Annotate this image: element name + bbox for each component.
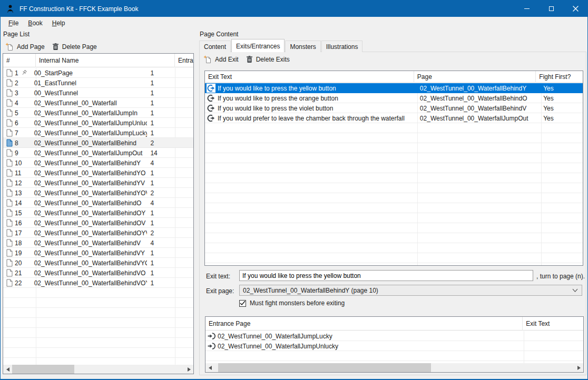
close-button[interactable] [563, 1, 587, 17]
page-icon [6, 209, 13, 217]
window-controls [515, 1, 587, 17]
menu-file[interactable]: File [4, 17, 23, 29]
column-header-page[interactable]: Page [414, 71, 536, 83]
exit-text-input[interactable] [239, 270, 533, 281]
exit-row[interactable]: If you would like to press the yellow bu… [205, 83, 583, 93]
scrollbar-thumb[interactable] [12, 365, 74, 374]
entrance-row[interactable]: 02_WestTunnel_00_WaterfallJumpLucky [205, 331, 583, 341]
entrances-hscrollbar[interactable] [205, 363, 583, 372]
scrollbar-thumb[interactable] [218, 363, 431, 372]
must-fight-checkbox[interactable] [239, 300, 246, 307]
exit-text-cell: If you would prefer to leave the chamber… [218, 115, 405, 122]
scrollbar-track[interactable] [214, 363, 574, 372]
page-internal-name: 02_WestTunnel_00_WaterfallJumpOut [31, 149, 148, 157]
page-icon [6, 109, 13, 117]
exit-page-selected-value: 02_WestTunnel_00_WaterfallBehindY (page … [243, 287, 378, 294]
page-icon [6, 129, 13, 137]
page-internal-name: 02_WestTunnel_00_WaterfallJumpIn [31, 109, 148, 117]
page-list-row[interactable]: 21 02_WestTunnel_00_WaterfallBehindVO 1 [3, 268, 193, 278]
page-list-row[interactable]: 1 00_StartPage 1 [3, 68, 193, 78]
page-entrances-count: 1 [147, 99, 193, 107]
column-header-internal-name[interactable]: Internal Name [36, 54, 175, 67]
trash-icon [246, 56, 253, 63]
exit-page-dropdown[interactable]: 02_WestTunnel_00_WaterfallBehindY (page … [239, 285, 582, 296]
page-number: 10 [15, 159, 22, 167]
enter-arrow-circle-icon [208, 342, 215, 350]
page-internal-name: 02_WestTunnel_00_WaterfallBehindV [31, 239, 148, 247]
page-internal-name: 02_WestTunnel_00_WaterfallJumpUnlucky [31, 119, 148, 127]
column-header-entrances[interactable]: Entrances [175, 54, 194, 67]
delete-page-button[interactable]: Delete Page [48, 42, 101, 52]
page-entrances-count: 1 [147, 279, 193, 287]
page-list-row[interactable]: 12 02_WestTunnel_00_WaterfallBehindYV 1 [3, 178, 193, 188]
page-list-row[interactable]: 6 02_WestTunnel_00_WaterfallJumpUnlucky … [3, 118, 193, 128]
tab-content[interactable]: Content [199, 41, 231, 52]
page-list-row[interactable]: 18 02_WestTunnel_00_WaterfallBehindV 4 [3, 238, 193, 248]
tab-exits-entrances[interactable]: Exits/Entrances [231, 39, 285, 52]
column-header-entrance-exit-text[interactable]: Exit Text [523, 317, 583, 331]
exit-page-cell: 02_WestTunnel_00_WaterfallBehindO [417, 95, 540, 102]
column-header-entrance-page[interactable]: Entrance Page [205, 317, 523, 331]
page-number: 5 [15, 109, 18, 117]
page-list-row[interactable]: 5 02_WestTunnel_00_WaterfallJumpIn 1 [3, 108, 193, 118]
page-number: 17 [15, 229, 22, 237]
page-list-row[interactable]: 17 02_WestTunnel_00_WaterfallBehindOYV 2 [3, 228, 193, 238]
page-list-row[interactable]: 8 02_WestTunnel_00_WaterfallBehind 2 [3, 138, 193, 148]
page-list-row[interactable]: 15 02_WestTunnel_00_WaterfallBehindOY 1 [3, 208, 193, 218]
page-list-row[interactable]: 16 02_WestTunnel_00_WaterfallBehindOV 1 [3, 218, 193, 228]
add-page-button[interactable]: Add Page [2, 41, 48, 53]
column-header-fight-first[interactable]: Fight First? [536, 71, 583, 83]
page-list-row[interactable]: 19 02_WestTunnel_00_WaterfallBehindVY 1 [3, 248, 193, 258]
exit-row[interactable]: If you would like to press the violet bu… [205, 103, 583, 113]
tab-monsters[interactable]: Monsters [285, 41, 320, 52]
exit-arrow-circle-icon [207, 84, 215, 92]
menu-book[interactable]: Book [23, 17, 47, 29]
page-list-row[interactable]: 10 02_WestTunnel_00_WaterfallBehindY 4 [3, 158, 193, 168]
page-list-title: Page List [3, 31, 30, 38]
exit-row[interactable]: If you would like to press the orange bu… [205, 93, 583, 103]
page-list-table: # Internal Name Entrances 1 00_StartPage… [3, 53, 194, 374]
exit-fight-first-cell: Yes [540, 85, 583, 92]
page-list-hscrollbar[interactable] [3, 365, 193, 374]
add-exit-button[interactable]: Add Exit [200, 54, 242, 65]
page-list-row[interactable]: 13 02_WestTunnel_00_WaterfallBehindYOV 2 [3, 188, 193, 198]
page-list-row[interactable]: 2 01_EastTunnel 1 [3, 78, 193, 88]
page-list-row[interactable]: 14 02_WestTunnel_00_WaterfallBehindO 4 [3, 198, 193, 208]
page-internal-name: 02_WestTunnel_00_Waterfall [31, 99, 148, 107]
page-internal-name: 02_WestTunnel_00_WaterfallBehindOV [31, 219, 148, 227]
page-icon [6, 249, 13, 257]
exit-page-cell: 02_WestTunnel_00_WaterfallBehindV [417, 105, 540, 112]
page-list-row[interactable]: 9 02_WestTunnel_00_WaterfallJumpOut 14 [3, 148, 193, 158]
page-list-row[interactable]: 22 02_WestTunnel_00_WaterfallBehindVOY 1 [3, 278, 193, 288]
page-icon [6, 189, 13, 197]
scroll-right-arrow[interactable] [184, 365, 193, 374]
page-list-row[interactable]: 11 02_WestTunnel_00_WaterfallBehindYO 1 [3, 168, 193, 178]
page-list-row[interactable]: 3 00_WestTunnel 1 [3, 88, 193, 98]
page-icon [6, 119, 13, 127]
delete-exits-button[interactable]: Delete Exits [242, 54, 293, 65]
page-entrances-count: 1 [147, 249, 193, 257]
exit-row[interactable]: If you would prefer to leave the chamber… [205, 113, 583, 123]
page-entrances-count: 4 [147, 239, 193, 247]
page-list-row[interactable]: 7 02_WestTunnel_00_WaterfallJumpLucky 1 [3, 128, 193, 138]
scroll-left-arrow[interactable] [3, 365, 12, 374]
tab-illustrations[interactable]: Illustrations [321, 41, 363, 52]
menu-help[interactable]: Help [47, 17, 70, 29]
page-list-header: # Internal Name Entrances [3, 54, 194, 67]
window-title: FF Construction Kit - FFCK Example Book [19, 5, 138, 13]
page-list-row[interactable]: 4 02_WestTunnel_00_Waterfall 1 [3, 98, 193, 108]
entrance-row[interactable]: 02_WestTunnel_00_WaterfallJumpUnlucky [205, 341, 583, 351]
maximize-button[interactable] [539, 1, 563, 17]
column-header-exit-text[interactable]: Exit Text [205, 71, 414, 83]
scrollbar-track[interactable] [12, 365, 184, 374]
page-entrances-count: 2 [147, 139, 193, 147]
page-list-row[interactable]: 20 02_WestTunnel_00_WaterfallBehindVYO 1 [3, 258, 193, 268]
minimize-button[interactable] [515, 1, 539, 17]
pushpin-icon [21, 69, 27, 76]
scroll-left-arrow[interactable] [205, 363, 214, 372]
must-fight-checkbox-label: Must fight monsters before exiting [250, 299, 345, 307]
page-icon [6, 199, 13, 207]
app-icon [6, 4, 15, 13]
scroll-right-arrow[interactable] [574, 363, 583, 372]
column-header-number[interactable]: # [3, 54, 36, 67]
